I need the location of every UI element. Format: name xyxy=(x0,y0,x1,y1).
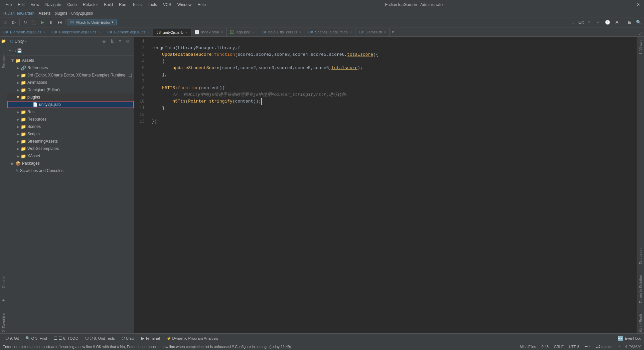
favorites-label[interactable]: 2: Favorites xyxy=(1,312,6,333)
tree-item-packages[interactable]: ▶ 📦 Packages xyxy=(7,160,134,167)
tab-close-button[interactable]: × xyxy=(43,30,45,34)
packages-arrow[interactable]: ▶ xyxy=(10,162,15,165)
demigiant-arrow[interactable]: ▶ xyxy=(15,88,21,92)
tab-unity2js[interactable]: JS unity2js.jslib × xyxy=(153,28,191,36)
tab-close-button[interactable]: × xyxy=(98,30,100,34)
tree-item-scripts[interactable]: ▶ 📁 Scripts xyxy=(7,130,134,138)
minimize-button[interactable]: ─ xyxy=(621,2,627,8)
assets-arrow[interactable]: ▶ xyxy=(11,58,15,63)
debug-button[interactable]: ⏸ xyxy=(47,18,55,26)
wordbook-panel-label[interactable]: Word Book xyxy=(638,313,643,333)
close-button[interactable]: ✕ xyxy=(635,2,641,8)
tab-scenedialog[interactable]: C# SceneDialogCtrl.cs × xyxy=(305,28,355,36)
tab-close-button[interactable]: × xyxy=(147,30,149,34)
tab-overflow-button[interactable]: ▾ xyxy=(390,30,396,34)
menu-tests[interactable]: Tests xyxy=(130,2,144,8)
menu-edit[interactable]: Edit xyxy=(15,2,27,8)
tree-item-demigiant[interactable]: ▶ 📁 Demigiant (Editor) xyxy=(7,86,134,94)
tab-close-button[interactable]: × xyxy=(350,30,352,34)
move-up-icon[interactable]: ↑ xyxy=(12,48,14,53)
tab-elementstep23[interactable]: C# ElementStep23.cs × xyxy=(0,28,49,36)
todo-tab[interactable]: ☰ ☰ 6: TODO xyxy=(51,335,81,341)
refresh-button[interactable]: ↻ xyxy=(21,18,29,26)
vcs-push-button[interactable]: ✓ xyxy=(594,18,602,26)
tree-item-unity2js[interactable]: 📄 unity2js.jslib xyxy=(7,101,134,108)
step-over-button[interactable]: ⏭ xyxy=(56,18,64,26)
dpa-tab[interactable]: ⚡ Dynamic Program Analysis xyxy=(164,335,221,341)
tab-close-button[interactable]: × xyxy=(299,30,301,34)
code-area[interactable]: 1 2 3 4 5 6 7 8 9 10 11 12 13 mergeInto(… xyxy=(134,37,637,333)
menu-tools[interactable]: Tools xyxy=(145,2,160,8)
back-button[interactable]: ◁ xyxy=(1,18,9,26)
breadcrumb-part-3[interactable]: unity2js.jslib xyxy=(71,11,93,16)
collapse-all-button[interactable]: ≡ xyxy=(117,38,123,45)
code-content[interactable]: mergeInto(LibraryManager.library,{ Updat… xyxy=(149,37,637,333)
tab-close-button[interactable]: × xyxy=(384,30,386,34)
menu-help[interactable]: Help xyxy=(195,2,208,8)
tab-close-button[interactable]: × xyxy=(185,30,187,34)
menu-vcs[interactable]: VCS xyxy=(160,2,174,8)
menu-refactor[interactable]: Refactor xyxy=(80,2,101,8)
commit-label[interactable]: Commit xyxy=(1,274,6,290)
tab-close-button[interactable]: × xyxy=(221,30,223,34)
explorer-dropdown-icon[interactable]: ▾ xyxy=(25,39,27,43)
tab-logo-png[interactable]: 🖼 logo.png × xyxy=(227,28,259,36)
tree-item-scenes[interactable]: ▶ 📁 Scenes xyxy=(7,123,134,130)
tree-item-3rd[interactable]: ▶ 📁 3rd (Editor, XCharts Editor, XCharts… xyxy=(7,71,134,79)
font-size-button[interactable]: 🔤 xyxy=(618,336,623,341)
tree-item-assets[interactable]: ▶ 📁 Assets xyxy=(7,57,134,64)
database-panel-label[interactable]: Database xyxy=(638,247,643,266)
forward-button[interactable]: ▷ xyxy=(10,18,18,26)
breadcrumb-part-2[interactable]: plugins xyxy=(54,11,67,16)
webgl-arrow[interactable]: ▶ xyxy=(15,147,21,151)
menu-file[interactable]: File xyxy=(3,2,14,8)
tree-item-webgl[interactable]: ▶ 📁 WebGLTemplates xyxy=(7,145,134,152)
breadcrumb-part-0[interactable]: FuJianTeaGarden xyxy=(3,11,34,16)
tab-gamectrl[interactable]: C# GameCtrl × xyxy=(355,28,390,36)
tree-item-references[interactable]: ▶ 🔗 References xyxy=(7,64,134,71)
scroll-from-source-button[interactable]: ⇅ xyxy=(109,38,115,45)
settings-button[interactable]: ⚙ xyxy=(125,38,131,45)
git-icon[interactable]: ★ xyxy=(1,298,7,304)
branch-status[interactable]: ⎇ master xyxy=(595,344,614,349)
resources-arrow[interactable]: ▶ xyxy=(15,118,21,121)
terminal-tab[interactable]: ▶ Terminal xyxy=(139,335,162,341)
run-button[interactable]: ▶ xyxy=(38,18,46,26)
scenes-arrow[interactable]: ▶ xyxy=(15,125,21,129)
menu-build[interactable]: Build xyxy=(101,2,116,8)
vcs-changes-icon[interactable]: ✓ xyxy=(617,344,622,349)
errors-panel-label[interactable]: Errors in Solution xyxy=(638,274,643,304)
menu-code[interactable]: Code xyxy=(64,2,79,8)
tab-baidu-tts[interactable]: C# baidu_tts_cors.js × xyxy=(258,28,305,36)
presentation-button[interactable]: 🖥 xyxy=(625,18,633,26)
menu-run[interactable]: Run xyxy=(116,2,129,8)
translate-button[interactable]: A xyxy=(613,18,621,26)
tab-elementstep10[interactable]: C# ElementStep10.cs × xyxy=(104,28,153,36)
xasset-arrow[interactable]: ▶ xyxy=(15,154,21,158)
project-icon[interactable]: 📁 xyxy=(1,38,7,44)
indent-status[interactable]: ⇥ 4 xyxy=(583,344,592,349)
menu-view[interactable]: View xyxy=(28,2,42,8)
tree-item-xasset[interactable]: ▶ 📁 XAsset xyxy=(7,152,134,160)
res-arrow[interactable]: ▶ xyxy=(15,110,21,114)
cursor-position-status[interactable]: 9:43 xyxy=(540,345,550,349)
streaming-arrow[interactable]: ▶ xyxy=(15,140,21,143)
git-tab[interactable]: ⬡ 9: Git xyxy=(3,335,21,341)
stop-button[interactable]: ⬛ xyxy=(30,18,38,26)
animations-arrow[interactable]: ▶ xyxy=(15,81,21,84)
tree-item-plugins[interactable]: ▶ 📁 plugins xyxy=(7,94,134,101)
line-ending-status[interactable]: CRLF xyxy=(552,345,565,349)
tree-item-animations[interactable]: ▶ 📁 Animations xyxy=(7,79,134,86)
unit-tests-tab[interactable]: ⬡ ⬡ 8: Unit Tests xyxy=(83,335,118,341)
tree-item-scratches[interactable]: ▶ ✎ Scratches and Consoles xyxy=(7,167,134,174)
tree-item-resources[interactable]: ▶ 📁 Resources xyxy=(7,116,134,123)
tree-item-res[interactable]: ▶ 📁 Res xyxy=(7,108,134,116)
tab-expand-button[interactable]: ⤢ xyxy=(639,31,643,36)
find-tab[interactable]: 🔍 Q 3: Find xyxy=(23,335,49,341)
structure-label[interactable]: Structure xyxy=(1,52,6,70)
attach-unity-button[interactable]: 🎮 Attach to Unity Editor ▾ xyxy=(67,19,117,25)
history-button[interactable]: 🕐 xyxy=(604,18,612,26)
tab-index-html[interactable]: ⬜ index.html × xyxy=(191,28,227,36)
tab-close-button[interactable]: × xyxy=(253,30,255,34)
save-icon[interactable]: 💾 xyxy=(17,48,22,53)
